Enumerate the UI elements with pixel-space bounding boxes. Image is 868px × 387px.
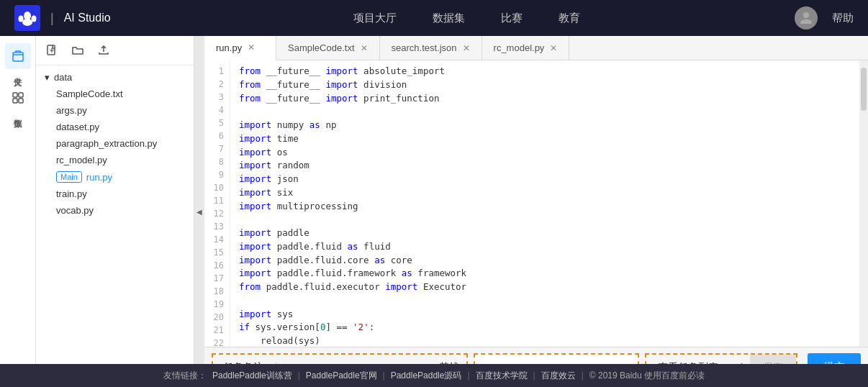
logo-separator: | [50, 11, 54, 26]
tab-run-py[interactable]: run.py ✕ [204, 36, 276, 60]
svg-rect-8 [13, 99, 17, 103]
scrollbar-thumb[interactable] [861, 68, 867, 111]
folder-name: data [54, 72, 72, 83]
help-link[interactable]: 帮助 [832, 12, 854, 25]
code-content[interactable]: from __future__ import absolute_import f… [230, 60, 859, 347]
folder-chevron: ▾ [45, 72, 50, 83]
scrollbar[interactable] [859, 60, 868, 347]
tabs-bar: run.py ✕ SampleCode.txt ✕ search.test.js… [204, 36, 868, 60]
footer-link-4[interactable]: 百度效云 [541, 370, 576, 382]
list-item[interactable]: vocab.py [36, 202, 194, 219]
active-filename: run.py [86, 172, 112, 183]
menu-item-project[interactable]: 项目大厅 [353, 12, 397, 25]
line-numbers: 1234 5678 9101112 13141516 17181920 2122… [204, 60, 230, 347]
svg-point-4 [803, 12, 809, 18]
new-file-btn[interactable] [43, 42, 60, 59]
list-item[interactable]: rc_model.py [36, 152, 194, 168]
sidebar-icons: 文件夹 数据集 [0, 36, 36, 387]
footer-link-2[interactable]: PaddlePaddle源码 [391, 370, 462, 382]
nav-right: 帮助 [795, 6, 854, 29]
main-menu: 项目大厅 数据集 比赛 教育 [140, 12, 795, 25]
list-item[interactable]: train.py [36, 186, 194, 202]
upload-btn[interactable] [95, 42, 112, 59]
svg-rect-9 [19, 99, 23, 103]
footer-link-3[interactable]: 百度技术学院 [476, 370, 528, 382]
top-navigation: | AI Studio 项目大厅 数据集 比赛 教育 帮助 [0, 0, 868, 36]
tab-rc-model[interactable]: rc_model.py ✕ [482, 36, 570, 60]
tab-label: run.py [216, 42, 242, 53]
sidebar-dataset-group[interactable]: 数据集 [5, 85, 31, 112]
baidu-logo [14, 5, 40, 31]
svg-rect-6 [13, 93, 17, 97]
logo-area: | AI Studio [14, 5, 111, 31]
tab-close-samplecode[interactable]: ✕ [361, 43, 368, 53]
svg-rect-5 [13, 53, 23, 61]
list-item[interactable]: paragraph_extraction.py [36, 135, 194, 152]
file-toolbar [36, 36, 194, 65]
tab-samplecode[interactable]: SampleCode.txt ✕ [276, 36, 380, 60]
tab-close-run-py[interactable]: ✕ [248, 42, 255, 53]
file-panel: ▾ data SampleCode.txt args.py dataset.py… [36, 36, 194, 387]
editor-area: run.py ✕ SampleCode.txt ✕ search.test.js… [204, 36, 868, 387]
svg-point-2 [32, 16, 37, 22]
sidebar-files-group[interactable]: 文件夹 [5, 43, 31, 70]
list-item[interactable]: args.py [36, 102, 194, 119]
collapse-panel-btn[interactable]: ◀ [194, 36, 204, 387]
tab-label: search.test.json [392, 42, 457, 53]
svg-rect-7 [19, 93, 23, 97]
new-folder-btn[interactable] [69, 42, 86, 59]
tab-close-rc-model[interactable]: ✕ [550, 43, 557, 53]
collapse-icon: ◀ [196, 208, 202, 216]
tab-label: SampleCode.txt [288, 42, 355, 53]
menu-item-education[interactable]: 教育 [559, 12, 580, 25]
footer-prefix: 友情链接： [163, 370, 207, 382]
avatar[interactable] [795, 6, 818, 29]
code-editor[interactable]: 1234 5678 9101112 13141516 17181920 2122… [204, 60, 868, 347]
svg-point-3 [22, 19, 32, 26]
footer-link-0[interactable]: PaddlePaddle训练营 [212, 370, 292, 382]
svg-point-1 [19, 16, 24, 22]
menu-item-dataset[interactable]: 数据集 [433, 12, 465, 25]
menu-item-contest[interactable]: 比赛 [501, 12, 523, 25]
tab-close-search-test[interactable]: ✕ [463, 43, 470, 53]
content-area: 文件夹 数据集 [0, 36, 868, 387]
file-list: ▾ data SampleCode.txt args.py dataset.py… [36, 65, 194, 387]
footer-link-1[interactable]: PaddlePaddle官网 [306, 370, 377, 382]
list-item[interactable]: dataset.py [36, 119, 194, 135]
dataset-icon-btn[interactable] [5, 85, 31, 111]
tab-search-test[interactable]: search.test.json ✕ [380, 36, 482, 60]
main-badge: Main [56, 171, 82, 183]
tab-label: rc_model.py [494, 42, 545, 53]
footer: 友情链接： PaddlePaddle训练营 | PaddlePaddle官网 |… [0, 364, 868, 387]
studio-label: AI Studio [64, 12, 111, 24]
list-item[interactable]: SampleCode.txt [36, 86, 194, 102]
footer-copyright: © 2019 Baidu 使用百度前必读 [589, 370, 705, 382]
data-folder[interactable]: ▾ data [36, 69, 194, 86]
files-icon-btn[interactable] [5, 43, 31, 69]
run-py-item[interactable]: Main run.py [36, 168, 194, 186]
